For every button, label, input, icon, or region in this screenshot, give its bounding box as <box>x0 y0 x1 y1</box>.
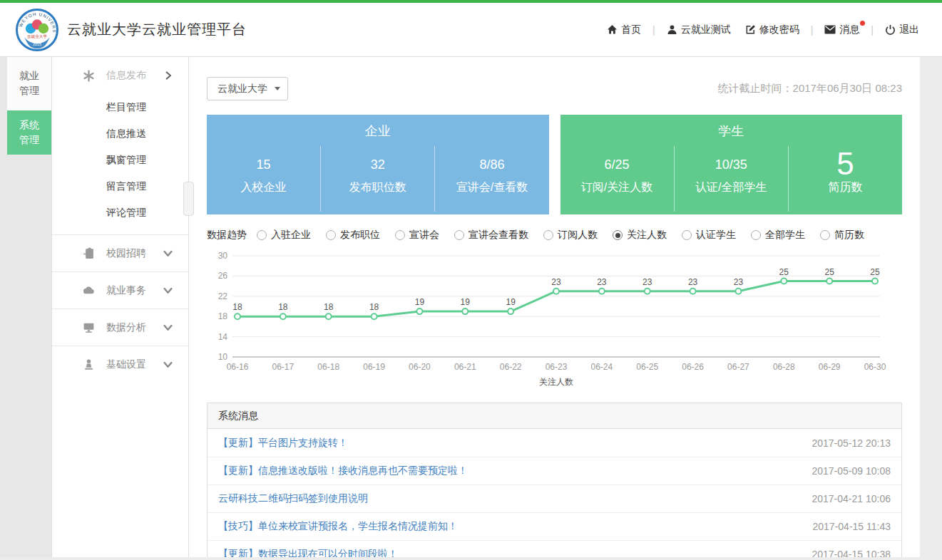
nav-separator: | <box>648 24 660 36</box>
unread-badge <box>860 21 865 26</box>
svg-text:25: 25 <box>779 267 789 277</box>
radio-icon <box>820 230 830 240</box>
chevron-down-icon <box>275 87 280 90</box>
power-icon <box>885 24 896 35</box>
svg-text:06-28: 06-28 <box>773 362 795 372</box>
trend-option-followers[interactable]: 关注人数 <box>613 229 667 242</box>
svg-text:18: 18 <box>369 302 379 312</box>
svg-text:22: 22 <box>218 291 228 301</box>
nav-change-password[interactable]: 修改密码 <box>738 24 807 36</box>
stat-certified-students: 10/35 认证/全部学生 <box>674 146 788 212</box>
stat-label: 认证/全部学生 <box>675 180 788 195</box>
menu-item-column-management[interactable]: 栏目管理 <box>52 94 188 120</box>
menu-group-info-publish[interactable]: 信息发布 <box>52 57 188 94</box>
menu-group-campus-recruitment[interactable]: 校园招聘 <box>52 234 188 271</box>
nav-home[interactable]: 首页 <box>600 24 648 36</box>
cloud-icon <box>83 284 95 296</box>
tab-employment-management[interactable]: 就业 管理 <box>7 57 51 110</box>
tab-label: 管理 <box>7 83 51 98</box>
svg-text:25: 25 <box>824 267 834 277</box>
menu-item-comment-management[interactable]: 评论管理 <box>52 199 188 226</box>
tab-label: 管理 <box>7 133 51 147</box>
home-icon <box>607 24 618 35</box>
mail-icon <box>824 25 836 34</box>
trend-option-all-students[interactable]: 全部学生 <box>751 229 805 242</box>
svg-text:06-22: 06-22 <box>500 362 522 372</box>
message-link[interactable]: 【技巧】单位来校宣讲预报名，学生报名情况提前知！ <box>218 520 458 533</box>
nav-account[interactable]: 云就业测试 <box>660 24 738 36</box>
tab-system-management[interactable]: 系统 管理 <box>7 110 51 155</box>
message-row: 【更新】平台图片支持旋转！ 2017-05-12 20:13 <box>208 429 901 457</box>
system-messages-panel: 系统消息 【更新】平台图片支持旋转！ 2017-05-12 20:13 【更新】… <box>207 403 902 557</box>
radio-label: 认证学生 <box>696 229 736 242</box>
trend-option-positions[interactable]: 发布职位 <box>326 229 380 242</box>
school-select-value: 云就业大学 <box>217 83 267 95</box>
nav-change-password-label: 修改密码 <box>759 24 799 36</box>
svg-text:14: 14 <box>218 332 228 342</box>
message-link[interactable]: 云研科技二维码扫码签到使用说明 <box>218 492 368 505</box>
stat-value: 15 <box>207 146 320 179</box>
trend-option-session-views[interactable]: 宣讲会查看数 <box>454 229 528 242</box>
enterprise-stats-card: 企业 15 入校企业 32 发布职位数 8/86 宣讲会/查看数 <box>207 115 549 214</box>
student-stats-card: 学生 6/25 订阅/关注人数 10/35 认证/全部学生 5 简历数 <box>560 115 903 214</box>
svg-text:06-25: 06-25 <box>636 362 658 372</box>
nav-home-label: 首页 <box>621 24 641 36</box>
svg-text:23: 23 <box>551 277 561 287</box>
trend-option-info-sessions[interactable]: 宣讲会 <box>395 229 439 242</box>
message-link[interactable]: 【更新】数据导出现在可以分时间段啦！ <box>218 548 398 557</box>
stat-label: 发布职位数 <box>321 180 434 195</box>
menu-submenu-info-publish: 栏目管理 信息推送 飘窗管理 留言管理 评论管理 <box>52 94 188 234</box>
stat-label: 订阅/关注人数 <box>560 180 674 195</box>
radio-checked-icon <box>613 230 623 240</box>
radio-label: 宣讲会查看数 <box>469 229 528 242</box>
radio-label: 订阅人数 <box>558 229 598 242</box>
svg-text:06-18: 06-18 <box>317 362 339 372</box>
trend-option-certified-students[interactable]: 认证学生 <box>682 229 736 242</box>
school-select[interactable]: 云就业大学 <box>207 77 288 100</box>
menu-item-popup-management[interactable]: 飘窗管理 <box>52 147 188 173</box>
nav-separator: | <box>866 24 878 36</box>
trend-option-resumes[interactable]: 简历数 <box>820 229 864 242</box>
menu-group-basic-settings[interactable]: 基础设置 <box>52 346 188 383</box>
menu-group-label: 基础设置 <box>106 358 163 371</box>
trend-group-label: 数据趋势 <box>207 229 247 242</box>
svg-text:06-16: 06-16 <box>227 362 249 372</box>
monitor-icon <box>83 321 95 333</box>
stat-positions: 32 发布职位数 <box>320 146 434 212</box>
svg-text:06-21: 06-21 <box>454 362 476 372</box>
svg-text:06-19: 06-19 <box>363 362 385 372</box>
stat-value: 32 <box>321 146 434 179</box>
message-date: 2017-04-15 10:38 <box>812 549 891 557</box>
sidebar-collapse-handle[interactable] <box>183 182 194 216</box>
stat-subscriptions: 6/25 订阅/关注人数 <box>560 146 674 212</box>
trend-option-subscribers[interactable]: 订阅人数 <box>543 229 598 242</box>
radio-icon <box>257 230 267 240</box>
message-link[interactable]: 【更新】平台图片支持旋转！ <box>218 437 348 450</box>
svg-text:06-26: 06-26 <box>682 362 704 372</box>
app-window: WEYOH UNIVERSITY 云就业大学 2015 云就业大学云就业管理平台… <box>0 0 942 560</box>
svg-text:23: 23 <box>597 277 607 287</box>
message-link[interactable]: 【更新】信息推送改版啦！接收消息再也不需要预定啦！ <box>218 465 468 477</box>
menu-group-data-analysis[interactable]: 数据分析 <box>52 308 188 346</box>
svg-text:30: 30 <box>218 251 228 261</box>
nav-messages[interactable]: 消息 <box>817 24 866 36</box>
menu-group-label: 信息发布 <box>106 69 164 82</box>
trend-option-enterprises[interactable]: 入驻企业 <box>257 229 311 242</box>
stats-deadline: 统计截止时间：2017年06月30日 08:23 <box>718 82 902 95</box>
nav-logout-label: 退出 <box>899 24 919 36</box>
menu-item-message-management[interactable]: 留言管理 <box>52 173 188 199</box>
radio-icon <box>326 230 336 240</box>
menu-item-info-push[interactable]: 信息推送 <box>52 120 188 147</box>
svg-text:23: 23 <box>642 277 652 287</box>
nav-logout[interactable]: 退出 <box>878 24 926 36</box>
message-date: 2017-04-15 11:43 <box>813 521 891 532</box>
main-content: 云就业大学 统计截止时间：2017年06月30日 08:23 企业 15 入校企… <box>189 57 920 557</box>
stat-enterprises: 15 入校企业 <box>207 146 320 212</box>
message-date: 2017-05-09 10:08 <box>812 465 891 477</box>
chevron-down-icon <box>163 286 173 295</box>
chevron-down-icon <box>163 323 173 332</box>
message-date: 2017-04-21 10:06 <box>812 493 891 504</box>
logo-name-text: 云就业大学 <box>27 34 47 38</box>
menu-group-employment-affairs[interactable]: 就业事务 <box>52 271 188 308</box>
nav-messages-label: 消息 <box>839 24 859 36</box>
